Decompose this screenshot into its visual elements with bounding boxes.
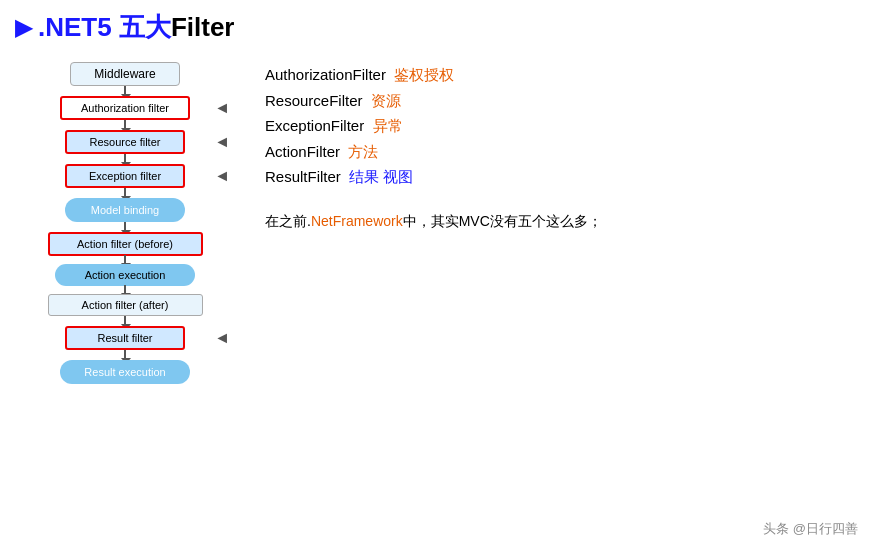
result-exec-row: Result execution [20, 360, 230, 384]
arrow-8 [20, 316, 230, 326]
arrow-9 [20, 350, 230, 360]
filter-item-3: ActionFilter 方法 [265, 139, 863, 165]
diagram: Middleware Authorization filter ◄ [15, 57, 235, 540]
model-box: Model binding [65, 198, 185, 222]
action-exec-box: Action execution [55, 264, 195, 286]
filter-item-2: ExceptionFilter 异常 [265, 113, 863, 139]
title-text: .NET5 五大Filter [38, 10, 235, 45]
resource-side-arrow: ◄ [214, 133, 230, 151]
result-exec-box: Result execution [60, 360, 190, 384]
filter-name-3: ActionFilter [265, 143, 340, 160]
arrow-3 [20, 154, 230, 164]
result-side-arrow: ◄ [214, 329, 230, 347]
filter-item-4: ResultFilter 结果 视图 [265, 164, 863, 190]
filter-cn-0: 鉴权授权 [394, 66, 454, 83]
auth-box: Authorization filter [60, 96, 190, 120]
arrow-2 [20, 120, 230, 130]
filter-cn-1: 资源 [371, 92, 401, 109]
footer: 头条 @日行四善 [763, 520, 858, 538]
arrow-1 [20, 86, 230, 96]
filter-cn-2: 异常 [373, 117, 403, 134]
title-arrow-icon: ▶ [15, 15, 32, 41]
description: 在之前.NetFramework中，其实MVC没有五个这么多； [265, 210, 635, 232]
filter-cn-3: 方法 [348, 143, 378, 160]
middleware-row: Middleware [20, 62, 230, 86]
desc-highlight: NetFramework [311, 213, 403, 229]
resource-row: Resource filter ◄ [15, 130, 235, 154]
filter-name-4: ResultFilter [265, 168, 341, 185]
action-exec-row: Action execution [20, 264, 230, 286]
title-filter: Filter [171, 12, 235, 42]
arrow-5 [20, 222, 230, 232]
action-after-row: Action filter (after) [20, 294, 230, 316]
main-content: Middleware Authorization filter ◄ [15, 57, 863, 540]
desc-suffix: 中，其实MVC没有五个这么多； [403, 213, 602, 229]
page: ▶ .NET5 五大Filter Middleware Authorizatio… [0, 0, 878, 550]
right-panel: AuthorizationFilter 鉴权授权 ResourceFilter … [235, 57, 863, 540]
filter-name-2: ExceptionFilter [265, 117, 364, 134]
filter-cn-4: 结果 视图 [349, 168, 413, 185]
result-filter-row: Result filter ◄ [15, 326, 235, 350]
action-filter-row: Action filter (before) [15, 232, 235, 256]
exception-row: Exception filter ◄ [15, 164, 235, 188]
filter-item-0: AuthorizationFilter 鉴权授权 [265, 62, 863, 88]
title-bar: ▶ .NET5 五大Filter [15, 10, 863, 45]
filter-name-0: AuthorizationFilter [265, 66, 386, 83]
action-filter-box: Action filter (before) [48, 232, 203, 256]
arrow-7 [20, 286, 230, 294]
middleware-box: Middleware [70, 62, 180, 86]
model-row: Model binding [20, 198, 230, 222]
result-filter-box: Result filter [65, 326, 185, 350]
footer-text: 头条 @日行四善 [763, 521, 858, 536]
resource-box: Resource filter [65, 130, 185, 154]
desc-prefix: 在之前. [265, 213, 311, 229]
action-after-box: Action filter (after) [48, 294, 203, 316]
filter-list: AuthorizationFilter 鉴权授权 ResourceFilter … [265, 62, 863, 190]
filter-name-1: ResourceFilter [265, 92, 363, 109]
exception-side-arrow: ◄ [214, 167, 230, 185]
arrow-4 [20, 188, 230, 198]
exception-box: Exception filter [65, 164, 185, 188]
title-net5: .NET5 五大 [38, 12, 171, 42]
auth-side-arrow: ◄ [214, 99, 230, 117]
auth-row: Authorization filter ◄ [15, 96, 235, 120]
arrow-6 [20, 256, 230, 264]
filter-item-1: ResourceFilter 资源 [265, 88, 863, 114]
